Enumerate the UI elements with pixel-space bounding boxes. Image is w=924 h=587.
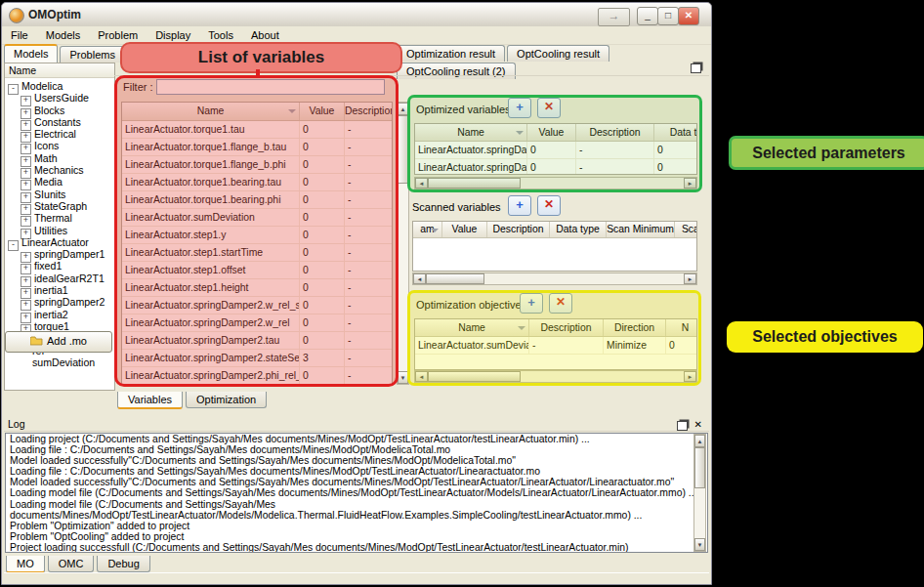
collapse-icon[interactable]: - bbox=[8, 84, 19, 95]
tree-item-constants[interactable]: +Constants bbox=[5, 116, 114, 128]
tree-item-icons[interactable]: +Icons bbox=[5, 140, 114, 151]
scroll-thumb[interactable] bbox=[428, 371, 521, 382]
tree-item-idealgearr2t1[interactable]: +idealGearR2T1 bbox=[5, 273, 114, 284]
variables-table-scrollbar[interactable]: ▲▼ bbox=[397, 102, 409, 385]
scanned-col-am[interactable]: am bbox=[413, 222, 442, 237]
tree-item-electrical[interactable]: +Electrical bbox=[5, 128, 114, 140]
menu-tools[interactable]: Tools bbox=[199, 27, 242, 43]
tree-item-sumdeviation[interactable]: sumDeviation bbox=[5, 356, 114, 368]
scanned-col-scan-minimum[interactable]: Scan Minimum bbox=[607, 222, 675, 237]
forward-arrow-button[interactable]: → bbox=[598, 8, 630, 26]
scroll-track[interactable] bbox=[484, 273, 684, 284]
optimized-col-data-t[interactable]: Data t bbox=[654, 124, 697, 141]
table-row[interactable]: LinearActuator.springDamper1.d0-0 bbox=[415, 159, 696, 175]
scanned-col-description[interactable]: Description bbox=[487, 222, 550, 237]
scroll-thumb[interactable] bbox=[428, 178, 521, 189]
objectives-col-description[interactable]: Description bbox=[529, 319, 604, 336]
tab-omc[interactable]: OMC bbox=[48, 556, 95, 572]
table-row[interactable]: LinearActuator.step1.offset0- bbox=[122, 262, 392, 279]
optimization-objectives-hscrollbar[interactable]: ◄► bbox=[414, 370, 697, 383]
scroll-left-arrow-icon[interactable]: ◄ bbox=[415, 371, 428, 382]
tree-item-usersguide[interactable]: +UsersGuide bbox=[5, 92, 114, 104]
scroll-left-arrow-icon[interactable]: ◄ bbox=[413, 273, 426, 284]
tree-item-inertia2[interactable]: +inertia2 bbox=[5, 309, 114, 320]
log-close-icon[interactable]: ✕ bbox=[694, 417, 702, 432]
scanned-col-data-type[interactable]: Data type bbox=[550, 222, 607, 237]
table-row[interactable]: LinearActuator.torque1.tau0- bbox=[122, 121, 392, 139]
scroll-thumb[interactable] bbox=[398, 115, 408, 184]
table-row[interactable]: LinearActuator.springDamper2.phi_rel_sta… bbox=[122, 367, 392, 385]
table-row[interactable]: LinearActuator.sumDeviation-Minimize0 bbox=[415, 337, 696, 355]
table-row[interactable]: LinearActuator.sumDeviation0- bbox=[122, 209, 392, 227]
objectives-col-direction[interactable]: Direction bbox=[604, 319, 666, 336]
close-button[interactable]: ✕ bbox=[678, 7, 699, 25]
scroll-down-arrow-icon[interactable]: ▼ bbox=[694, 538, 705, 551]
tree-item-springdamper2[interactable]: +springDamper2 bbox=[5, 296, 114, 308]
filter-input[interactable] bbox=[156, 79, 385, 95]
tree-item-siunits[interactable]: +SIunits bbox=[5, 189, 114, 200]
scroll-up-arrow-icon[interactable]: ▲ bbox=[694, 435, 705, 447]
objectives-col-name[interactable]: Name bbox=[415, 319, 529, 336]
optimized-col-value[interactable]: Value bbox=[527, 124, 576, 141]
collapse-icon[interactable]: - bbox=[8, 240, 19, 251]
scanned-variables-remove-button[interactable]: ✕ bbox=[537, 195, 561, 216]
variables-col-description[interactable]: Description bbox=[345, 103, 393, 120]
optimized-variables-add-button[interactable]: + bbox=[508, 98, 531, 118]
log-scrollbar[interactable]: ▲▼ bbox=[693, 434, 706, 552]
optimization-objectives-add-button[interactable]: + bbox=[520, 293, 543, 314]
scroll-track[interactable] bbox=[694, 488, 705, 538]
tree-item-mechanics[interactable]: +Mechanics bbox=[5, 164, 114, 176]
scanned-variables-add-button[interactable]: + bbox=[508, 195, 531, 216]
tree-item-media[interactable]: +Media bbox=[5, 176, 114, 188]
table-row[interactable]: LinearActuator.step1.height0- bbox=[122, 279, 392, 297]
tree-item-math[interactable]: +Math bbox=[5, 152, 114, 164]
scroll-left-arrow-icon[interactable]: ◄ bbox=[415, 178, 428, 189]
tree-item-utilities[interactable]: +Utilities bbox=[5, 225, 114, 236]
scroll-track[interactable] bbox=[398, 184, 408, 371]
scanned-variables-hscrollbar[interactable]: ◄► bbox=[412, 273, 697, 285]
optimized-variables-hscrollbar[interactable]: ◄► bbox=[414, 177, 697, 189]
optimized-col-description[interactable]: Description bbox=[576, 124, 654, 141]
table-row[interactable]: LinearActuator.springDamper2.w_rel_start… bbox=[122, 297, 392, 314]
tab-variables[interactable]: Variables bbox=[117, 392, 183, 409]
scroll-track[interactable] bbox=[521, 371, 684, 382]
scroll-track[interactable] bbox=[521, 178, 684, 189]
scroll-right-arrow-icon[interactable]: ► bbox=[684, 371, 696, 382]
minimize-button[interactable]: _ bbox=[637, 7, 658, 25]
variables-col-value[interactable]: Value bbox=[300, 103, 345, 120]
tree-item-fixed1[interactable]: +fixed1 bbox=[5, 260, 114, 272]
tree-item-inertia1[interactable]: +inertia1 bbox=[5, 284, 114, 296]
scroll-up-arrow-icon[interactable]: ▲ bbox=[398, 103, 408, 115]
table-row[interactable]: LinearActuator.springDamper2.w_rel0- bbox=[122, 314, 392, 332]
scroll-thumb[interactable] bbox=[694, 447, 705, 488]
tab-optimization-result[interactable]: Optimization result bbox=[397, 45, 505, 62]
objectives-col-n[interactable]: N bbox=[666, 319, 697, 336]
tab-models[interactable]: Models bbox=[4, 44, 58, 63]
table-row[interactable]: LinearActuator.step1.y0- bbox=[122, 227, 392, 244]
float-panel-icon[interactable] bbox=[691, 63, 701, 73]
log-float-icon[interactable] bbox=[677, 421, 688, 431]
table-row[interactable]: LinearActuator.springDamper2.tau0- bbox=[122, 332, 392, 350]
table-row[interactable]: LinearActuator.torque1.flange_b.tau0- bbox=[122, 139, 392, 156]
optimized-col-name[interactable]: Name bbox=[415, 124, 527, 141]
scroll-thumb[interactable] bbox=[426, 273, 484, 284]
table-row[interactable]: LinearActuator.springDamper2.d0-0 bbox=[415, 142, 696, 159]
table-row[interactable]: LinearActuator.torque1.bearing.phi0- bbox=[122, 191, 392, 209]
tree-item-stategraph[interactable]: +StateGraph bbox=[5, 200, 114, 212]
tab-debug[interactable]: Debug bbox=[97, 556, 149, 572]
tab-optcooling-result[interactable]: OptCooling result bbox=[507, 45, 609, 62]
optimization-objectives-remove-button[interactable]: ✕ bbox=[549, 293, 572, 314]
tree-item-springdamper1[interactable]: +springDamper1 bbox=[5, 248, 114, 260]
variables-col-name[interactable]: Name bbox=[122, 103, 300, 120]
optimized-variables-remove-button[interactable]: ✕ bbox=[537, 98, 561, 118]
scroll-down-arrow-icon[interactable]: ▼ bbox=[398, 371, 408, 384]
menu-models[interactable]: Models bbox=[37, 27, 89, 43]
table-row[interactable]: LinearActuator.torque1.flange_b.phi0- bbox=[122, 156, 392, 174]
table-row[interactable]: LinearActuator.springDamper2.stateSelect… bbox=[122, 350, 392, 367]
tree-item-thermal[interactable]: +Thermal bbox=[5, 212, 114, 224]
table-row[interactable]: LinearActuator.step1.startTime0- bbox=[122, 244, 392, 262]
menu-display[interactable]: Display bbox=[147, 27, 199, 43]
tab-optimization[interactable]: Optimization bbox=[186, 392, 267, 408]
scroll-right-arrow-icon[interactable]: ► bbox=[684, 178, 696, 189]
tree-item-blocks[interactable]: +Blocks bbox=[5, 105, 114, 116]
